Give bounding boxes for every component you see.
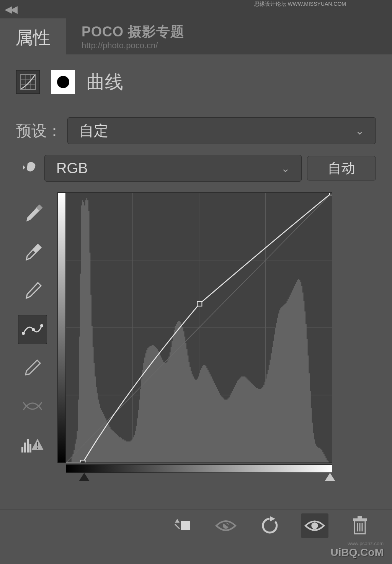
pencil-tool-icon[interactable]: [18, 353, 47, 382]
svg-rect-31: [358, 516, 362, 518]
svg-point-7: [32, 328, 35, 331]
layer-mask-thumbnail[interactable]: [51, 70, 75, 94]
top-bar: 思缘设计论坛 WWW.MISSYUAN.COM ◀◀: [0, 0, 392, 18]
poco-watermark: POCO 摄影专题 http://photo.poco.cn/: [66, 18, 185, 54]
tab-row: 属性 POCO 摄影专题 http://photo.poco.cn/: [0, 18, 392, 54]
channel-value: RGB: [56, 160, 88, 177]
svg-point-8: [40, 324, 43, 327]
svg-rect-30: [353, 518, 367, 521]
edit-points-tool-icon[interactable]: [18, 315, 47, 344]
svg-rect-14: [37, 448, 38, 449]
black-point-slider[interactable]: [79, 473, 90, 481]
svg-rect-13: [37, 442, 38, 446]
output-gradient: [57, 192, 66, 463]
preset-value: 自定: [79, 121, 108, 141]
sub-watermark: www.psahz.com: [348, 541, 384, 546]
input-gradient: [66, 464, 332, 473]
credit-text: 思缘设计论坛 WWW.MISSYUAN.COM: [254, 1, 346, 8]
histogram-clip-warning-icon[interactable]: [18, 430, 47, 459]
collapse-panel-icon[interactable]: ◀◀: [5, 3, 15, 15]
channel-select[interactable]: RGB ⌄: [44, 155, 302, 182]
corner-watermark: UiBQ.CoM: [331, 546, 384, 559]
svg-rect-12: [29, 444, 31, 453]
properties-tab[interactable]: 属性: [0, 18, 66, 54]
targeted-adjustment-icon[interactable]: [16, 156, 39, 180]
adjustment-header: 曲线: [16, 70, 376, 94]
preset-label: 预设：: [16, 120, 62, 141]
svg-point-6: [22, 332, 25, 335]
chevron-down-icon: ⌄: [281, 162, 290, 175]
svg-rect-24: [197, 302, 202, 306]
white-point-slider[interactable]: [325, 473, 335, 481]
input-slider-track[interactable]: [66, 473, 332, 484]
delete-icon[interactable]: [348, 513, 372, 538]
reset-icon[interactable]: [257, 513, 282, 538]
svg-rect-9: [21, 447, 23, 453]
tab-label: 属性: [15, 28, 51, 48]
auto-label: 自动: [328, 159, 355, 178]
view-previous-state-icon[interactable]: [214, 513, 238, 538]
curves-adjustment-icon[interactable]: [16, 70, 40, 94]
preset-select[interactable]: 自定 ⌄: [67, 117, 376, 144]
tools-column: [16, 192, 49, 484]
auto-button[interactable]: 自动: [307, 156, 376, 180]
svg-point-28: [311, 522, 318, 529]
svg-rect-23: [81, 460, 85, 462]
svg-rect-10: [24, 443, 26, 453]
chevron-down-icon: ⌄: [355, 125, 364, 137]
bottom-action-bar: [0, 510, 392, 541]
svg-rect-11: [27, 439, 29, 453]
clip-to-layer-icon[interactable]: [170, 513, 194, 538]
toggle-visibility-icon[interactable]: [301, 513, 328, 538]
svg-rect-25: [330, 193, 332, 195]
svg-rect-26: [181, 521, 190, 530]
gray-point-eyedropper-icon[interactable]: [18, 238, 47, 267]
white-point-eyedropper-icon[interactable]: [18, 277, 47, 306]
adjustment-title: 曲线: [87, 70, 123, 94]
smooth-curve-icon[interactable]: [18, 392, 47, 421]
watermark-url: http://photo.poco.cn/: [82, 41, 158, 51]
watermark-main: POCO 摄影专题: [82, 23, 185, 41]
black-point-eyedropper-icon[interactable]: [18, 200, 47, 229]
curves-graph[interactable]: [66, 192, 332, 463]
